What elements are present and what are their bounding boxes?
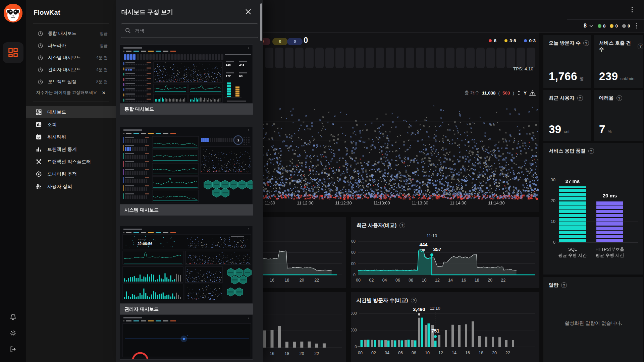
thumbnail-preview: 52524317268	[120, 45, 253, 104]
sidebar-item-label: 대시보드	[47, 109, 66, 115]
scatter-header: 총 개수 11,038 (503) Y	[465, 90, 536, 96]
svg-text:18: 18	[284, 351, 289, 356]
sidebar-item-dashboard[interactable]: 대시보드	[26, 106, 116, 118]
stat-unit: cnt/min	[621, 76, 635, 81]
stat-label: 오늘 방문자 수	[549, 40, 581, 46]
axis-y-toggle[interactable]: Y	[524, 90, 527, 96]
settings-button[interactable]	[0, 329, 26, 337]
agent-status-dot: 0	[622, 23, 630, 28]
agent-tile	[406, 48, 414, 68]
stat-value: 1,766	[549, 70, 577, 83]
agent-kebab-menu-icon[interactable]	[635, 22, 639, 30]
help-icon[interactable]: ?	[616, 95, 622, 101]
target-icon	[36, 171, 42, 177]
modal-close-button[interactable]	[244, 7, 253, 16]
chart-box-icon	[36, 121, 42, 128]
dashboard-thumbnail[interactable]: 3 시스템 대시보드	[120, 127, 253, 216]
sidebar-item-label: 사용자 정의	[47, 184, 72, 190]
agent-count-dropdown[interactable]: 8	[584, 23, 593, 29]
modal-title: 대시보드 구성 보기	[121, 8, 173, 16]
recent-item[interactable]: 관리자 대시보드 4분 전	[26, 64, 116, 76]
sidebar-item-label: 워치타워	[47, 134, 66, 140]
svg-text:20: 20	[492, 351, 497, 355]
recent-item-label: 관리자 대시보드	[48, 67, 96, 73]
agent-tile	[345, 48, 354, 68]
svg-text:18: 18	[475, 278, 479, 283]
scatter-legend: 83-80-3	[489, 38, 536, 43]
legend-item: 8	[489, 38, 496, 43]
clock-icon	[38, 67, 43, 73]
recent-item[interactable]: 파노라마 방금	[26, 40, 116, 52]
sidebar-item-bar-chart[interactable]: 트랜잭션 통계	[26, 143, 116, 156]
sidebar-item-label: 트랜잭션 통계	[47, 146, 77, 153]
icon-rail	[0, 0, 26, 362]
help-icon[interactable]: ?	[583, 40, 589, 46]
svg-text:16: 16	[465, 351, 470, 355]
help-icon[interactable]: ?	[561, 282, 567, 288]
recent-item-time: 방금	[100, 43, 108, 49]
pin-hint-close-icon[interactable]: ✕	[102, 90, 106, 96]
recent-item[interactable]: 시스템 대시보드 4분 전	[26, 52, 116, 64]
svg-text:18: 18	[479, 351, 483, 355]
annotation-time: 11:10	[427, 233, 437, 238]
recent-item[interactable]: 오브젝트 설정 8분 전	[26, 76, 116, 88]
legend-item: 3-8	[504, 38, 516, 43]
svg-text:06: 06	[395, 278, 400, 283]
hourly-visitors-chart: 40002000000020406081012141618202211:103,…	[351, 292, 539, 362]
scatter-x-tick: 11:12:00	[297, 200, 314, 205]
recent-users-chart: 600400200000020406081012141618202211:104…	[351, 217, 539, 288]
sort-updown-icon[interactable]	[517, 90, 521, 96]
svg-text:00: 00	[356, 278, 361, 283]
help-icon[interactable]: ?	[638, 44, 643, 49]
sidebar-item-calendar-check[interactable]: 워치타워	[26, 131, 116, 143]
modal-scrollbar[interactable]	[260, 3, 262, 41]
agent-tile	[325, 48, 334, 68]
svg-text:20: 20	[488, 278, 492, 283]
pin-hint-row: 자주가는 페이지를 고정해보세요 ✕	[26, 90, 116, 96]
app-logo[interactable]	[4, 4, 22, 22]
thumbnail-label: 통합 대시보드	[120, 104, 253, 115]
calendar-check-icon	[36, 134, 42, 140]
svg-text:14: 14	[448, 278, 453, 283]
agent-tile	[446, 48, 454, 68]
quality-bar-name: SQL평균 수행 시간	[558, 246, 587, 258]
thumbnail-label: 시스템 대시보드	[120, 204, 253, 216]
thumbnail-preview: 1	[120, 315, 253, 360]
agent-tile	[517, 48, 525, 68]
bell-icon	[9, 313, 17, 321]
logout-icon	[9, 346, 17, 353]
dashboard-thumbnail[interactable]: 1	[120, 314, 253, 360]
stat-card: 최근 사용자? 39cnt	[543, 90, 591, 141]
page-kebab-menu-icon[interactable]	[630, 5, 634, 14]
search-input[interactable]	[134, 28, 254, 34]
svg-text:22: 22	[314, 351, 319, 356]
agent-tile	[456, 48, 465, 68]
stat-value: 7	[599, 123, 605, 136]
stat-unit: cnt	[564, 129, 570, 134]
rail-dashboard-active[interactable]	[3, 42, 23, 63]
annotation-peak: 444	[419, 242, 427, 247]
svg-text:18: 18	[284, 278, 289, 283]
sidebar-item-tools[interactable]: 트랜잭션 익스플로러	[26, 156, 116, 168]
dashboard-thumbnail[interactable]: 52524317268 통합 대시보드	[120, 45, 253, 115]
svg-text:20: 20	[300, 351, 304, 356]
help-icon[interactable]: ?	[588, 148, 594, 154]
notifications-button[interactable]	[0, 313, 26, 321]
close-icon	[245, 9, 251, 15]
sliders-icon	[36, 183, 42, 190]
agent-tile-row	[265, 48, 535, 68]
agent-tile	[366, 48, 374, 68]
dashboard-thumbnail[interactable]: 2020-01-1322:08:56 관리자 대시보드	[120, 226, 253, 315]
sidebar-item-chart-box[interactable]: 조회	[26, 118, 116, 131]
scatter-x-tick: 11:12:30	[335, 200, 352, 205]
sidebar-item-target[interactable]: 모니터링 추적	[26, 168, 116, 180]
warning-triangle-icon[interactable]	[529, 90, 536, 96]
recent-item[interactable]: 통합 대시보드 방금	[26, 27, 116, 40]
help-icon[interactable]: ?	[577, 95, 583, 101]
sidebar-item-sliders[interactable]: 사용자 정의	[26, 180, 116, 193]
recent-pages-list: 통합 대시보드 방금 파노라마 방금 시스템 대시보드 4분 전 관리자 대시보…	[26, 27, 116, 88]
dashboard-config-modal: 대시보드 구성 보기 52524317268 통합 대시보드 3 시스템 대시보…	[116, 0, 263, 362]
svg-text:243: 243	[239, 63, 244, 66]
logout-button[interactable]	[0, 346, 26, 353]
svg-text:04: 04	[382, 278, 387, 283]
